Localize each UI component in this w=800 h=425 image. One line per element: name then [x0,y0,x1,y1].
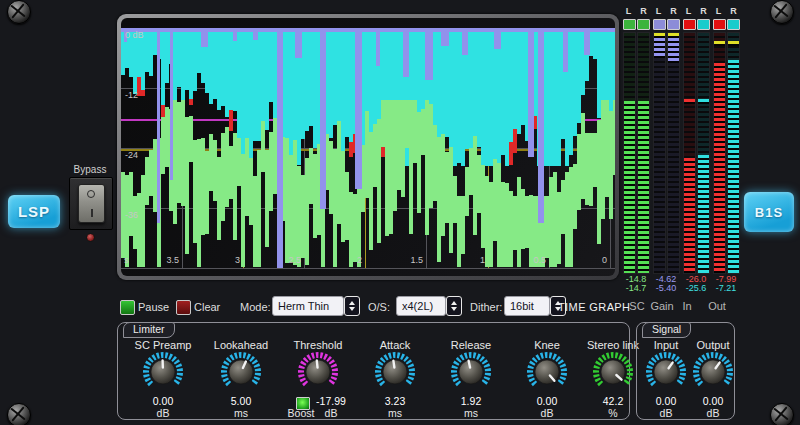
meter-indicator[interactable] [713,19,726,30]
meter-indicator[interactable] [653,19,666,30]
meter-column [697,32,710,274]
meter-column [683,32,696,274]
knob-value: -17.99 [308,395,354,407]
model-label: B1S [744,192,794,232]
bypass-led [86,233,95,242]
meter-segment [714,41,725,46]
knob-control[interactable] [644,349,688,395]
meter-group-gain: L-4.62R-5.40 [652,6,680,296]
graph-y-tick-label: -12 [125,90,138,100]
knob-control[interactable] [591,349,635,395]
knob-attack: Attack3.23ms [357,323,433,420]
knob-value: 3.23 [357,395,433,407]
meter-segment [654,38,665,58]
knob-control[interactable] [296,349,340,395]
meter-segment [698,99,709,104]
knob-output: Output0.00dB [687,323,739,420]
meter-value: -25.6 [680,283,712,293]
meter-channel-label: R [667,6,680,16]
knob-control[interactable] [691,349,735,395]
meter-column [713,32,726,274]
plugin-window: LSP B1S Bypass 0 dB-12-24-363.532.521.51… [0,0,800,425]
knob-lookahead: Lookahead5.00ms [203,323,279,420]
time-graph-plot: 0 dB-12-24-363.532.521.510.50s [121,18,615,276]
oversampling-select[interactable]: x4(2L) [396,296,446,316]
meter-group-label-out: Out [695,300,739,312]
bypass-rocker[interactable] [78,184,105,223]
graph-x-unit-label: s [124,255,129,265]
knob-control[interactable] [373,349,417,395]
screw-icon [7,403,31,425]
meter-channel-label: R [697,6,710,16]
meter-indicator[interactable] [667,19,680,30]
graph-x-tick-label: 2 [335,255,362,265]
oversampling-spinner[interactable] [446,296,462,316]
meter-indicator[interactable] [697,19,710,30]
knob-value: 0.00 [640,395,692,407]
graph-x-tick-label: 1 [458,255,485,265]
switch-on-symbol [91,209,93,217]
meter-group-out: L-7.99R-7.21 [712,6,740,296]
limiter-section-title: Limiter [123,322,175,338]
oversampling-label: O/S: [368,301,390,313]
time-graph-panel: 0 dB-12-24-363.532.521.510.50s [117,14,619,280]
meter-segment [638,101,649,273]
knob-unit: dB [509,407,585,419]
knob-control[interactable] [525,349,569,395]
lsp-logo-button[interactable]: LSP [8,195,60,228]
pause-label: Pause [138,301,169,313]
pause-led-button[interactable] [120,300,135,315]
meter-channel-label: L [712,6,725,16]
dither-select[interactable]: 16bit [504,296,550,316]
time-graph-label: TIME GRAPH [558,301,630,313]
meter-indicator[interactable] [727,19,740,30]
meter-indicator[interactable] [623,19,636,30]
knob-unit: dB [640,407,692,419]
meter-column [623,32,636,274]
mode-select[interactable]: Herm Thin [272,296,344,316]
graph-x-tick-label: 0 [580,255,607,265]
knob-unit: ms [203,407,279,419]
knob-value: 0.00 [509,395,585,407]
knob-control[interactable] [449,349,493,395]
knob-unit: dB [687,407,739,419]
knob-control[interactable] [141,349,185,395]
screw-icon [770,0,794,24]
meter-channel-label: L [622,6,635,16]
switch-off-symbol [87,190,95,198]
bypass-switch[interactable] [69,177,113,230]
meter-segment [728,60,739,273]
knob-control[interactable] [219,349,263,395]
meter-segment [684,99,695,104]
meter-segment [624,101,635,273]
meter-segment [728,41,739,46]
meter-column [637,32,650,274]
meter-value: -5.40 [650,283,682,293]
meter-value: -14.7 [620,283,652,293]
meter-column [727,32,740,274]
knob-unit: ms [357,407,433,419]
signal-section-title: Signal [642,322,691,338]
knob-value: 0.00 [687,395,739,407]
clear-led-button[interactable] [176,300,191,315]
graph-x-tick-label: 0.5 [519,255,546,265]
meter-indicator[interactable] [683,19,696,30]
dither-label: Dither: [470,301,502,313]
graph-x-tick-label: 3 [213,255,240,265]
meter-segment [714,63,725,273]
meter-segment [668,38,679,63]
mode-label: Mode: [240,301,271,313]
limiter-section: Limiter SC Preamp0.00dBLookahead5.00msTh… [117,322,630,420]
graph-x-tick-label: 3.5 [152,255,179,265]
signal-section: Signal Input0.00dBOutput0.00dB [636,322,735,420]
knob-value: 0.00 [125,395,201,407]
meter-column [653,32,666,274]
graph-x-tick-label: 1.5 [396,255,423,265]
clear-label: Clear [194,301,220,313]
screw-icon [770,403,794,425]
mode-spinner[interactable] [344,296,360,316]
meter-indicator[interactable] [637,19,650,30]
meter-channel-label: R [727,6,740,16]
graph-x-tick-label: 2.5 [274,255,301,265]
waveform-canvas [121,18,615,276]
